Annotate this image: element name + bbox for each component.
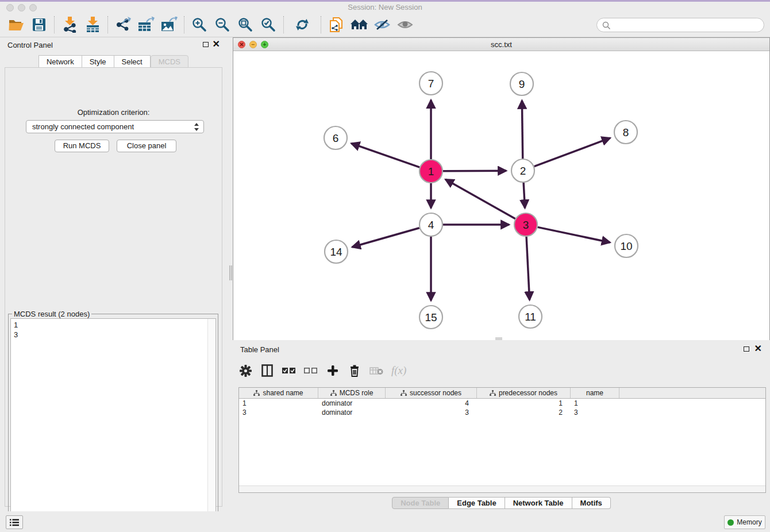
deselect-all-rows-button[interactable] — [304, 362, 318, 379]
column-header-name[interactable]: name — [571, 388, 619, 398]
tab-style[interactable]: Style — [82, 55, 114, 68]
column-header-successor-nodes[interactable]: successor nodes — [386, 388, 477, 398]
run-mcds-button[interactable]: Run MCDS — [55, 140, 109, 152]
cell-mcds-role[interactable]: dominator — [318, 399, 386, 408]
tab-mcds[interactable]: MCDS — [151, 55, 188, 68]
select-stepper-icon — [194, 122, 199, 132]
tab-network-table[interactable]: Network Table — [505, 497, 572, 509]
tab-network[interactable]: Network — [38, 55, 82, 68]
graph-node-label-8: 8 — [623, 126, 629, 138]
float-table-panel-icon[interactable] — [744, 346, 749, 352]
cell-name[interactable]: 3 — [571, 408, 619, 417]
zoom-out-button[interactable] — [211, 14, 234, 36]
column-header-shared-name[interactable]: shared name — [239, 388, 318, 398]
task-history-button[interactable] — [6, 515, 23, 529]
network-canvas[interactable]: 1234678910111415 — [233, 52, 769, 340]
graph-edge-2-9[interactable] — [522, 101, 522, 159]
cell-successor-nodes[interactable]: 4 — [386, 399, 477, 408]
add-column-button[interactable] — [326, 362, 340, 379]
zoom-selected-button[interactable] — [257, 14, 280, 36]
cell-name[interactable]: 1 — [571, 399, 619, 408]
panel-splitter-handle[interactable] — [229, 265, 232, 280]
search-box — [596, 18, 764, 32]
criterion-select[interactable]: strongly connected component — [26, 120, 204, 133]
graph-edge-2-8[interactable] — [534, 138, 610, 166]
clone-network-button[interactable] — [325, 14, 348, 36]
export-table-button[interactable] — [134, 14, 157, 36]
memory-button[interactable]: Memory — [724, 515, 765, 529]
hide-selected-button[interactable] — [371, 14, 394, 36]
table-panel: Table Panel ✕ — [233, 342, 770, 510]
export-image-button[interactable] — [157, 14, 180, 36]
mcds-result-text[interactable]: 1 3 — [10, 318, 216, 529]
save-session-button[interactable] — [28, 14, 51, 36]
zoom-out-icon — [215, 17, 230, 32]
column-header-mcds-role[interactable]: MCDS role — [318, 388, 386, 398]
network-window-titlebar[interactable]: ✕ − + scc.txt — [233, 38, 769, 51]
search-input[interactable] — [613, 20, 760, 30]
toolbar-separator — [184, 16, 184, 33]
app-title: Session: New Session — [0, 3, 770, 11]
cell-mcds-role[interactable]: dominator — [318, 408, 386, 417]
column-label: successor nodes — [410, 389, 461, 397]
zoom-fit-icon — [238, 17, 253, 32]
graph-edge-3-10[interactable] — [538, 227, 610, 242]
memory-label: Memory — [737, 518, 761, 526]
graph-edge-3-1[interactable] — [445, 179, 515, 218]
control-panel-tabs: Network Style Select MCDS — [0, 55, 227, 68]
zoom-in-button[interactable] — [188, 14, 211, 36]
cell-shared-name[interactable]: 1 — [239, 399, 318, 408]
graph-edge-3-11[interactable] — [526, 237, 530, 300]
column-label: MCDS role — [340, 389, 374, 397]
memory-status-icon — [727, 519, 734, 526]
cell-predecessor-nodes[interactable]: 1 — [477, 399, 571, 408]
import-network-icon — [62, 17, 78, 33]
delete-table-button[interactable] — [369, 362, 383, 379]
table-horizontal-scrollbar[interactable] — [239, 485, 765, 492]
tab-node-table[interactable]: Node Table — [392, 497, 449, 509]
home-view-button[interactable] — [348, 14, 371, 36]
select-all-rows-button[interactable] — [282, 362, 296, 379]
show-all-button[interactable] — [394, 14, 417, 36]
table-row[interactable]: 3 dominator 3 2 3 — [239, 408, 765, 417]
tab-edge-table[interactable]: Edge Table — [449, 497, 505, 509]
cell-empty — [619, 408, 765, 417]
export-image-icon — [160, 17, 178, 33]
function-builder-icon: f(x) — [391, 364, 406, 377]
tab-select[interactable]: Select — [114, 55, 151, 68]
column-visibility-button[interactable] — [260, 362, 274, 379]
table-row[interactable]: 1 dominator 4 1 1 — [239, 399, 765, 408]
search-icon — [602, 21, 611, 30]
import-table-button[interactable] — [81, 14, 104, 36]
column-visibility-icon — [261, 364, 273, 377]
cell-shared-name[interactable]: 3 — [239, 408, 318, 417]
close-panel-button[interactable]: Close panel — [117, 140, 176, 152]
canvas-resize-grip[interactable] — [495, 337, 502, 340]
graph-edge-1-6[interactable] — [351, 144, 419, 168]
open-file-button[interactable] — [5, 14, 28, 36]
close-table-panel-icon[interactable]: ✕ — [754, 344, 762, 354]
export-network-button[interactable] — [111, 14, 134, 36]
cell-empty — [619, 399, 765, 408]
table-settings-button[interactable] — [238, 362, 252, 379]
column-label: name — [586, 389, 603, 397]
zoom-fit-button[interactable] — [234, 14, 257, 36]
close-panel-icon[interactable]: ✕ — [213, 39, 220, 49]
graph-edge-4-14[interactable] — [352, 228, 419, 247]
graph-edge-1-2[interactable] — [443, 171, 506, 171]
cell-successor-nodes[interactable]: 3 — [386, 408, 477, 417]
select-all-icon — [282, 367, 296, 374]
delete-column-button[interactable] — [348, 362, 361, 379]
tab-motifs[interactable]: Motifs — [572, 497, 611, 509]
cell-predecessor-nodes[interactable]: 2 — [477, 408, 571, 417]
function-builder-button[interactable]: f(x) — [391, 362, 406, 379]
toolbar-separator — [283, 16, 284, 33]
result-scrollbar[interactable] — [207, 319, 215, 528]
float-panel-icon[interactable] — [203, 42, 209, 47]
refresh-icon — [295, 18, 309, 32]
home-view-icon — [350, 18, 368, 32]
refresh-button[interactable] — [291, 14, 314, 36]
column-header-predecessor-nodes[interactable]: predecessor nodes — [477, 388, 571, 398]
graph-edge-2-3[interactable] — [523, 183, 525, 208]
import-network-button[interactable] — [58, 14, 81, 36]
